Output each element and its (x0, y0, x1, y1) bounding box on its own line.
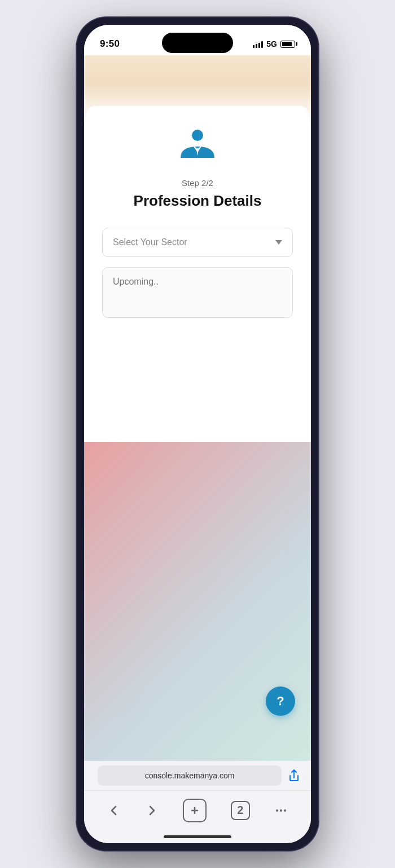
app-content: Step 2/2 Profession Details Select Your … (84, 55, 311, 843)
url-text: console.makemanya.com (145, 771, 235, 780)
sector-dropdown[interactable]: Select Your Sector (102, 228, 293, 257)
status-right: 5G (253, 39, 295, 48)
professional-icon (175, 123, 220, 168)
url-bar[interactable]: console.makemanya.com (98, 765, 282, 786)
bottom-gradient-area: ? (84, 442, 311, 761)
help-button-label: ? (276, 694, 284, 708)
battery-fill (282, 42, 292, 46)
svg-point-1 (276, 809, 278, 812)
page-title: Profession Details (102, 192, 293, 210)
dynamic-island (162, 33, 233, 53)
new-tab-icon (183, 799, 207, 822)
new-tab-button[interactable] (173, 794, 217, 827)
home-indicator (84, 830, 311, 843)
step-label: Step 2/2 (102, 178, 293, 188)
home-bar (164, 835, 231, 838)
icon-wrapper (102, 123, 293, 168)
phone-screen: 9:50 5G (84, 25, 311, 843)
tab-count-label: 2 (237, 804, 243, 817)
network-label: 5G (266, 39, 277, 48)
tab-counter: 2 (231, 801, 250, 820)
tab-count-button[interactable]: 2 (221, 796, 260, 825)
share-icon[interactable] (286, 768, 302, 783)
status-time: 9:50 (100, 38, 120, 50)
back-button[interactable] (97, 799, 131, 822)
svg-point-2 (280, 809, 282, 812)
more-button[interactable] (264, 799, 298, 822)
signal-bars-icon (253, 41, 263, 48)
svg-point-3 (284, 809, 286, 812)
main-card: Step 2/2 Profession Details Select Your … (86, 106, 309, 442)
upcoming-text-field[interactable] (102, 267, 293, 318)
browser-bar: console.makemanya.com (84, 761, 311, 790)
phone-frame: 9:50 5G (76, 17, 319, 851)
sector-dropdown-placeholder: Select Your Sector (113, 237, 187, 247)
chevron-down-icon (275, 240, 282, 245)
svg-point-0 (192, 130, 203, 141)
battery-icon (280, 41, 295, 48)
help-button[interactable]: ? (266, 687, 295, 716)
forward-button[interactable] (135, 799, 169, 822)
tab-bar: 2 (84, 790, 311, 830)
